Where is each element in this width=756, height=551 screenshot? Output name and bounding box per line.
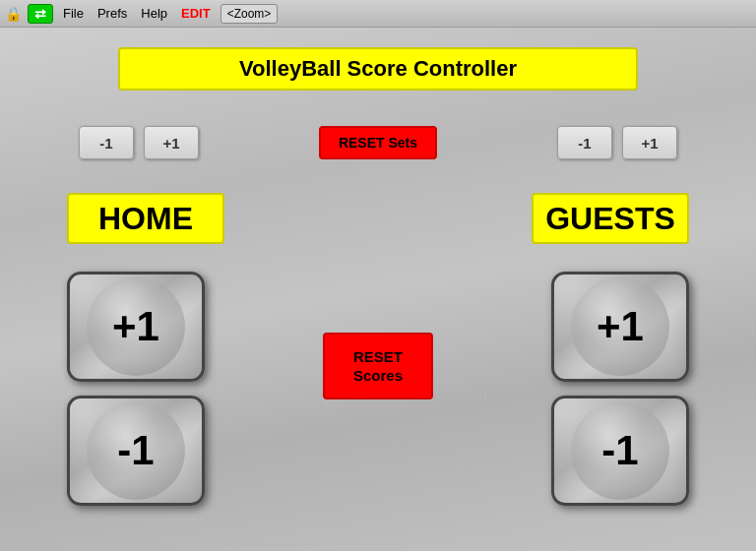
title-bar: VolleyBall Score Controller	[118, 47, 638, 91]
guests-label: GUESTS	[532, 193, 689, 244]
home-minus-label: -1	[117, 427, 154, 474]
reset-scores-line1: RESET	[353, 347, 403, 367]
menu-file[interactable]: File	[59, 4, 88, 23]
reset-scores-line2: Scores	[353, 366, 403, 386]
guests-score-plus-button[interactable]: +1	[551, 272, 689, 382]
guests-plus-label: +1	[597, 303, 644, 350]
guests-sets-controls: -1 +1	[557, 126, 677, 159]
home-score-minus-button[interactable]: -1	[67, 396, 205, 506]
home-label-text: HOME	[98, 201, 193, 237]
home-plus-label: +1	[112, 303, 159, 350]
sets-row: -1 +1 RESET Sets -1 +1	[0, 126, 756, 159]
home-sets-controls: -1 +1	[79, 126, 199, 159]
guests-score-minus-button[interactable]: -1	[551, 396, 689, 506]
home-sets-minus-button[interactable]: -1	[79, 126, 134, 159]
guests-sets-plus-button[interactable]: +1	[622, 126, 677, 159]
guests-sets-minus-button[interactable]: -1	[557, 126, 612, 159]
content-area: VolleyBall Score Controller -1 +1 RESET …	[0, 28, 756, 551]
menubar: 🔒 ⇄ File Prefs Help EDIT <Zoom>	[0, 0, 756, 28]
app-title: VolleyBall Score Controller	[239, 56, 517, 82]
team-labels: HOME GUESTS	[0, 193, 756, 244]
guests-minus-label: -1	[601, 427, 638, 474]
home-label: HOME	[67, 193, 224, 244]
reset-sets-button[interactable]: RESET Sets	[319, 126, 437, 159]
zoom-control[interactable]: <Zoom>	[220, 4, 279, 24]
lock-icon: 🔒	[4, 5, 22, 23]
menu-help[interactable]: Help	[137, 4, 171, 23]
home-sets-plus-button[interactable]: +1	[144, 126, 199, 159]
reset-scores-button[interactable]: RESET Scores	[323, 333, 433, 399]
home-score-plus-button[interactable]: +1	[67, 272, 205, 382]
swap-icon[interactable]: ⇄	[28, 4, 53, 24]
guests-label-text: GUESTS	[545, 201, 675, 237]
menu-prefs[interactable]: Prefs	[94, 4, 131, 23]
app-window: 🔒 ⇄ File Prefs Help EDIT <Zoom> VolleyBa…	[0, 0, 756, 551]
menu-edit[interactable]: EDIT	[177, 4, 215, 23]
guests-score-col: +1 -1	[551, 272, 689, 506]
home-score-col: +1 -1	[67, 272, 205, 506]
